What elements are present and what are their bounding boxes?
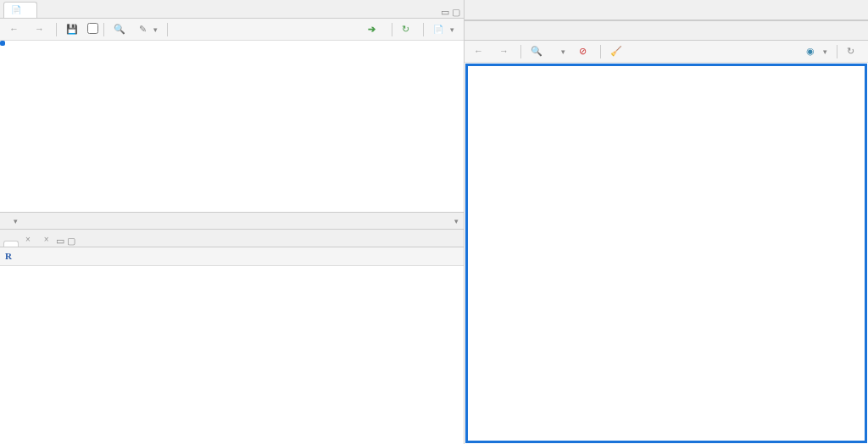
forward-button[interactable]: [31, 22, 51, 37]
console-output[interactable]: [0, 266, 464, 444]
arrow-left-icon: [9, 24, 21, 36]
code-editor[interactable]: [0, 41, 464, 212]
remove-plot-button[interactable]: [575, 44, 595, 59]
maximize-icon[interactable]: ▢: [452, 7, 460, 18]
search-icon: [114, 24, 125, 36]
publish-icon: [806, 46, 818, 58]
editor-status-bar: [0, 212, 464, 229]
cancel-icon: [579, 46, 591, 58]
source-on-save-check[interactable]: [87, 23, 98, 36]
refresh-plot-button[interactable]: [843, 44, 863, 59]
editor-tab-bar: ▭ ▢: [0, 0, 464, 19]
broom-icon: [610, 46, 622, 58]
plots-toolbar: [465, 41, 868, 63]
publish-button[interactable]: [802, 44, 832, 59]
source-icon: [433, 24, 445, 36]
zoom-button[interactable]: [526, 44, 549, 59]
source-button[interactable]: [429, 22, 459, 37]
back-button[interactable]: [5, 22, 25, 37]
minimize-icon[interactable]: ▭: [56, 236, 64, 247]
tab-terminal[interactable]: ×: [19, 231, 37, 247]
zoom-icon: [531, 46, 542, 58]
arrow-right-icon: [499, 46, 511, 58]
find-button[interactable]: [109, 22, 130, 37]
rerun-icon: [402, 24, 414, 36]
save-button[interactable]: [62, 22, 82, 37]
rscript-icon: [11, 4, 23, 16]
save-icon: [66, 24, 78, 36]
plot-prev-button[interactable]: [470, 44, 490, 59]
run-icon: [368, 24, 380, 36]
maximize-icon[interactable]: ▢: [67, 236, 75, 247]
export-button[interactable]: [554, 46, 570, 58]
console-tab-bar: × × ▭▢: [0, 229, 464, 247]
editor-tab[interactable]: [3, 2, 37, 18]
plot-next-button[interactable]: [495, 44, 515, 59]
refresh-icon: [847, 46, 859, 58]
minimize-icon[interactable]: ▭: [441, 7, 449, 18]
wand-icon: [139, 24, 151, 36]
tab-console[interactable]: [3, 241, 19, 247]
plot-panel: [465, 64, 867, 443]
arrow-right-icon: [35, 24, 47, 36]
editor-toolbar: [0, 19, 464, 41]
lollipop-chart: [470, 71, 860, 436]
console-header: [0, 247, 464, 266]
tab-jobs[interactable]: ×: [37, 231, 56, 247]
r-icon: [5, 251, 17, 263]
run-button[interactable]: [364, 22, 387, 37]
rerun-button[interactable]: [398, 22, 418, 37]
scope-display[interactable]: [14, 216, 18, 225]
file-type[interactable]: [454, 216, 459, 225]
plots-tab-bar: [465, 20, 868, 41]
arrow-left-icon: [474, 46, 486, 58]
wand-button[interactable]: [135, 22, 162, 37]
env-tab-bar: [465, 0, 868, 20]
clear-plots-button[interactable]: [606, 44, 626, 59]
